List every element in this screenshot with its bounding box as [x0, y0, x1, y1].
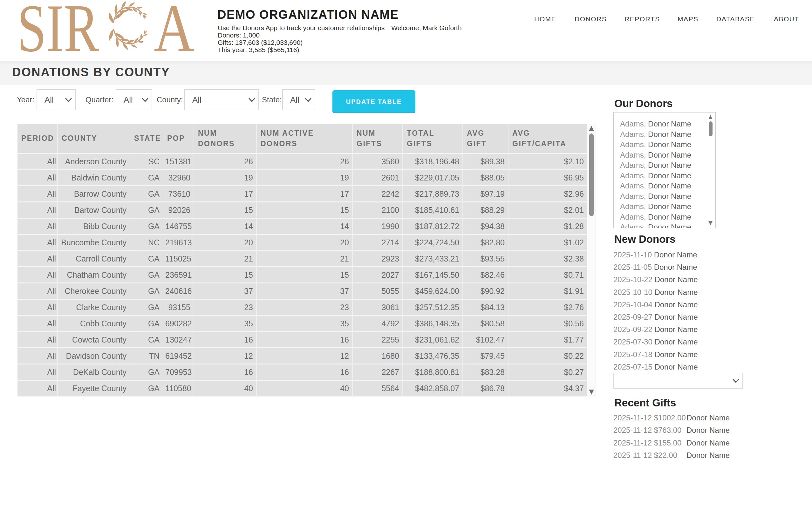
svg-text:A: A: [154, 0, 195, 56]
svg-text:SIR: SIR: [17, 0, 99, 56]
